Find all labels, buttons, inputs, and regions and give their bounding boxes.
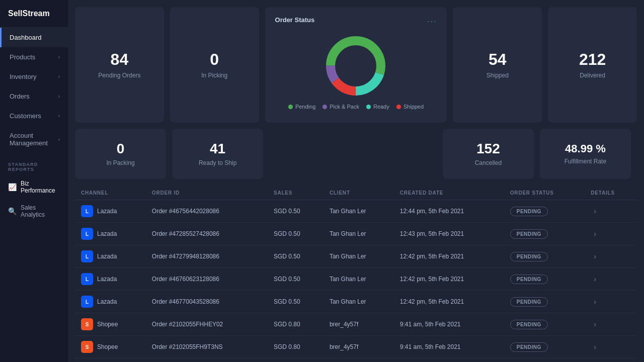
- cell-order-id: Order #46760623128086: [146, 268, 268, 291]
- kpi-number: 48.99 %: [565, 143, 606, 155]
- expand-row-button[interactable]: ›: [591, 251, 599, 261]
- legend-label-pick-pack: Pick & Pack: [330, 104, 359, 110]
- channel-cell: S Shopee: [81, 341, 140, 353]
- sidebar-item-label: Inventory: [10, 73, 36, 80]
- legend-label-shipped: Shipped: [404, 104, 424, 110]
- expand-row-button[interactable]: ›: [591, 342, 599, 352]
- legend-dot-shipped: [396, 105, 401, 109]
- table-row: L Lazada Order #46756442028086 SGD 0.50 …: [75, 200, 637, 223]
- sidebar-item-label: Products: [10, 53, 35, 61]
- sidebar-item-account-management[interactable]: Account Management ›: [0, 126, 68, 153]
- legend-ready: Ready: [366, 104, 389, 110]
- cell-date: 12:42 pm, 5th Feb 2021: [394, 245, 504, 268]
- cell-client: Tan Ghan Ler: [324, 245, 394, 268]
- shopee-icon: S: [81, 341, 93, 353]
- cell-channel: L Lazada: [75, 291, 146, 313]
- cell-sales: SGD 0.80: [268, 336, 324, 358]
- cell-channel: L Lazada: [75, 200, 146, 223]
- lazada-icon: L: [81, 296, 93, 308]
- table-row: S Shopee Order #2102055FHHEY02 SGD 0.80 …: [75, 313, 637, 336]
- channel-cell: S Shopee: [81, 318, 140, 330]
- sidebar-item-sales-analytics[interactable]: 🔍 Sales Analytics: [0, 199, 68, 223]
- col-order-status: ORDER STATUS: [504, 186, 585, 200]
- cell-date: 12:42 pm, 5th Feb 2021: [394, 291, 504, 313]
- kpi-mid-row: 0 In Packing 41 Ready to Ship 152 Cancel…: [68, 123, 644, 179]
- legend-dot-ready: [366, 105, 371, 109]
- sidebar-item-customers[interactable]: Customers ›: [0, 106, 68, 126]
- sidebar-item-dashboard[interactable]: Dashboard: [0, 28, 68, 47]
- cell-channel: S Shopee: [75, 358, 146, 363]
- expand-row-button[interactable]: ›: [591, 274, 599, 284]
- donut-chart: [323, 33, 388, 99]
- col-details: DETAILS: [585, 186, 637, 200]
- table-row: L Lazada Order #46760623128086 SGD 0.50 …: [75, 268, 637, 291]
- kpi-label: Ready to Ship: [199, 159, 236, 166]
- chart-legend: Pending Pick & Pack Ready Shipped: [288, 104, 424, 110]
- expand-row-button[interactable]: ›: [591, 206, 599, 216]
- chart-title: Order Status: [275, 16, 315, 24]
- chart-icon: 📈: [8, 183, 17, 191]
- table-header: CHANNEL ORDER ID SALES CLIENT CREATED DA…: [75, 186, 637, 200]
- col-channel: CHANNEL: [75, 186, 146, 200]
- cell-details: ›: [585, 200, 637, 223]
- cell-status: PENDING: [504, 358, 585, 363]
- cell-details: ›: [585, 336, 637, 358]
- cell-client: Tan Ghan Ler: [324, 200, 394, 223]
- channel-cell: L Lazada: [81, 228, 140, 240]
- report-item-label: Sales Analytics: [21, 204, 60, 218]
- cell-sales: SGD 0.50: [268, 245, 324, 268]
- kpi-number: 84: [111, 51, 129, 68]
- cell-sales: SGD 0.50: [268, 291, 324, 313]
- cell-status: PENDING: [504, 291, 585, 313]
- legend-pending: Pending: [288, 104, 315, 110]
- table-body: L Lazada Order #46756442028086 SGD 0.50 …: [75, 200, 637, 363]
- expand-row-button[interactable]: ›: [591, 229, 599, 239]
- chart-options-button[interactable]: ...: [427, 15, 437, 24]
- orders-table: CHANNEL ORDER ID SALES CLIENT CREATED DA…: [75, 186, 637, 362]
- chevron-right-icon: ›: [58, 137, 60, 142]
- brand-logo: SellStream: [0, 0, 68, 28]
- col-client: CLIENT: [324, 186, 394, 200]
- kpi-fulfillment-rate: 48.99 % Fulfillment Rate: [540, 129, 631, 179]
- expand-row-button[interactable]: ›: [591, 319, 599, 329]
- kpi-number: 0: [117, 141, 125, 157]
- channel-cell: L Lazada: [81, 250, 140, 262]
- sidebar-item-inventory[interactable]: Inventory ›: [0, 67, 68, 86]
- cell-order-id: Order #46756442028086: [146, 200, 268, 223]
- cell-sales: SGD 0.80: [268, 358, 324, 363]
- legend-label-ready: Ready: [373, 104, 389, 110]
- kpi-number: 152: [476, 141, 500, 157]
- kpi-ready-to-ship: 41 Ready to Ship: [172, 129, 263, 179]
- kpi-label: Cancelled: [475, 159, 502, 166]
- table-row: S Shopee Order #2102055FH0099J SGD 0.80 …: [75, 358, 637, 363]
- col-sales: SALES: [268, 186, 324, 200]
- cell-client: Tan Ghan Ler: [324, 223, 394, 245]
- sidebar-item-biz-performance[interactable]: 📈 Biz Performance: [0, 175, 68, 199]
- cell-channel: L Lazada: [75, 268, 146, 291]
- cell-channel: S Shopee: [75, 313, 146, 336]
- table-row: L Lazada Order #46770043528086 SGD 0.50 …: [75, 291, 637, 313]
- lazada-icon: L: [81, 273, 93, 285]
- expand-row-button[interactable]: ›: [591, 297, 599, 307]
- channel-cell: L Lazada: [81, 273, 140, 285]
- lazada-icon: L: [81, 250, 93, 262]
- chevron-right-icon: ›: [58, 94, 60, 99]
- legend-shipped: Shipped: [396, 104, 424, 110]
- sidebar-item-orders[interactable]: Orders ›: [0, 86, 68, 106]
- cell-status: PENDING: [504, 223, 585, 245]
- kpi-delivered: 212 Delivered: [548, 7, 637, 123]
- cell-date: 9:41 am, 5th Feb 2021: [394, 358, 504, 363]
- kpi-shipped: 54 Shipped: [453, 7, 542, 123]
- cell-channel: S Shopee: [75, 336, 146, 358]
- channel-name: Lazada: [97, 276, 117, 283]
- chart-header: Order Status ...: [275, 15, 437, 24]
- sidebar-item-products[interactable]: Products ›: [0, 47, 68, 67]
- cell-client: brer_4y57f: [324, 358, 394, 363]
- status-badge: PENDING: [510, 275, 548, 284]
- kpi-top-row: 84 Pending Orders 0 In Picking Order Sta…: [68, 0, 644, 123]
- kpi-label: Shipped: [487, 72, 509, 79]
- cell-details: ›: [585, 313, 637, 336]
- status-badge: PENDING: [510, 207, 548, 216]
- legend-dot-pick-pack: [323, 105, 327, 109]
- cell-status: PENDING: [504, 268, 585, 291]
